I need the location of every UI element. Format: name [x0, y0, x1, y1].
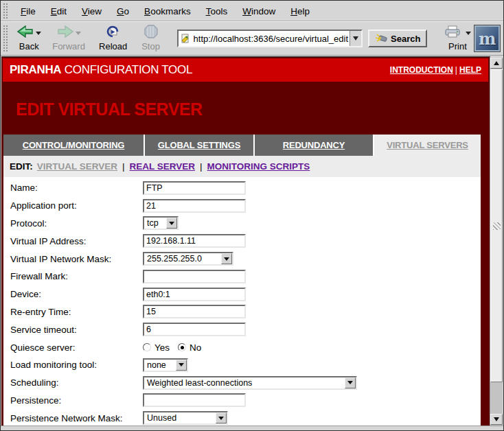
subnav-real-server-link[interactable]: REAL SERVER — [130, 161, 196, 172]
search-label: Search — [391, 34, 420, 44]
menu-tools[interactable]: Tools — [198, 4, 236, 19]
menu-view[interactable]: View — [74, 4, 109, 19]
app-title-rest: CONFIGURATION TOOL — [61, 63, 192, 76]
introduction-link[interactable]: INTRODUCTION — [390, 65, 453, 75]
edit-prefix: EDIT: — [10, 161, 33, 172]
arrow-down-icon — [494, 417, 499, 421]
scheduling-label: Scheduling: — [10, 377, 143, 388]
reentry-label: Re-entry Time: — [10, 307, 143, 317]
form-row-quiesce: Quiesce server: Yes No — [10, 338, 481, 356]
page-content: PIRANHA CONFIGURATION TOOL INTRODUCTION|… — [1, 56, 490, 426]
vip-netmask-select[interactable]: 255.255.255.0 — [143, 252, 233, 266]
form-row-scheduling: Scheduling: Weighted least-connections — [10, 374, 481, 392]
search-button[interactable]: Search — [368, 30, 427, 47]
url-bar[interactable]: http://localhost:3636/secure/virtual_edi… — [177, 30, 363, 47]
piranha-banner: PIRANHA CONFIGURATION TOOL INTRODUCTION|… — [3, 58, 488, 82]
subnav-monitoring-scripts-link[interactable]: MONITORING SCRIPTS — [207, 161, 310, 172]
persistence-netmask-select[interactable]: Unused — [143, 411, 228, 425]
scheduling-select[interactable]: Weighted least-connections — [143, 376, 357, 390]
toolbar-grip[interactable] — [3, 3, 9, 19]
persistence-label: Persistence: — [10, 395, 143, 406]
persistence-netmask-value: Unused — [144, 413, 216, 423]
name-label: Name: — [10, 183, 143, 193]
protocol-label: Protocol: — [10, 218, 143, 229]
timeout-label: Service timeout: — [10, 325, 143, 335]
service-timeout-input[interactable] — [143, 323, 246, 336]
tab-redundancy[interactable]: REDUNDANCY — [255, 135, 373, 156]
back-button[interactable]: Back — [12, 24, 45, 53]
persistence-input[interactable] — [143, 393, 246, 407]
app-title: PIRANHA CONFIGURATION TOOL — [10, 63, 192, 77]
quiesce-yes-radio[interactable] — [143, 343, 151, 351]
virtual-ip-input[interactable] — [143, 234, 246, 248]
toolbar-grip[interactable] — [3, 25, 8, 52]
reload-label: Reload — [99, 41, 127, 51]
device-input[interactable] — [143, 288, 246, 301]
name-input[interactable] — [143, 181, 246, 195]
form-row-vip: Virtual IP Address: — [10, 232, 481, 250]
stop-button[interactable]: Stop — [135, 24, 168, 53]
subnav-virtual-server: VIRTUAL SERVER — [37, 161, 117, 172]
reload-button[interactable]: Reload — [96, 24, 130, 53]
dropdown-arrow-icon — [221, 253, 232, 264]
radio-dot — [181, 346, 184, 349]
print-dropdown-icon[interactable] — [466, 32, 471, 35]
forward-button[interactable]: Forward — [49, 24, 88, 53]
page-title: EDIT VIRTUAL SERVER — [16, 100, 490, 119]
dropdown-arrow-icon — [216, 412, 227, 423]
form-row-persistence: Persistence: — [10, 392, 481, 410]
form-row-port: Application port: — [10, 197, 481, 215]
dropdown-arrow-icon — [166, 218, 177, 229]
firewall-mark-label: Firewall Mark: — [10, 271, 143, 281]
menu-file[interactable]: File — [13, 4, 43, 19]
menu-help[interactable]: Help — [283, 4, 317, 19]
browser-window: File Edit View Go Bookmarks Tools Window… — [0, 0, 504, 431]
tab-control-monitoring[interactable]: CONTROL/MONITORING — [3, 135, 144, 156]
print-label: Print — [448, 41, 467, 51]
protocol-select[interactable]: tcp — [143, 216, 179, 230]
url-dropdown-button[interactable] — [350, 31, 361, 46]
quiesce-yes-label: Yes — [154, 342, 170, 353]
mozilla-logo[interactable]: m — [474, 25, 501, 52]
tab-virtual-servers[interactable]: VIRTUAL SERVERS — [374, 135, 481, 156]
device-label: Device: — [10, 289, 143, 299]
scheduling-value: Weighted least-connections — [144, 378, 345, 388]
quiesce-radio-group: Yes No — [143, 342, 209, 353]
reentry-time-input[interactable] — [143, 305, 246, 318]
form-row-persistence-mask: Persistence Network Mask: Unused — [10, 409, 481, 426]
menu-bookmarks[interactable]: Bookmarks — [137, 4, 198, 19]
subnav-separator: | — [195, 161, 207, 172]
stop-icon — [144, 25, 158, 41]
quiesce-no-radio[interactable] — [178, 343, 186, 351]
print-button[interactable]: Print — [441, 24, 474, 53]
form-row-device: Device: — [10, 286, 481, 303]
load-monitor-select[interactable]: none — [143, 358, 188, 372]
form-row-name: Name: — [10, 179, 481, 197]
firewall-mark-input[interactable] — [143, 270, 246, 283]
menu-window[interactable]: Window — [235, 4, 283, 19]
tab-global-settings[interactable]: GLOBAL SETTINGS — [145, 135, 253, 156]
scroll-down-button[interactable] — [490, 414, 503, 425]
scrollbar-thumb[interactable] — [490, 69, 503, 382]
form-row-timeout: Service timeout: — [10, 321, 481, 338]
menu-edit[interactable]: Edit — [43, 4, 74, 19]
persistence-mask-label: Persistence Network Mask: — [10, 413, 143, 423]
title-section: EDIT VIRTUAL SERVER — [1, 82, 490, 135]
navigation-toolbar: Back Forward — [1, 21, 503, 56]
protocol-value: tcp — [144, 218, 166, 228]
printer-icon — [444, 25, 461, 40]
back-label: Back — [19, 41, 39, 51]
menu-bar: File Edit View Go Bookmarks Tools Window… — [1, 1, 503, 21]
virtual-server-form: Name: Application port: Protocol: tcp Vi… — [3, 177, 481, 426]
scroll-up-button[interactable] — [490, 58, 503, 69]
back-arrow-icon — [17, 25, 34, 40]
bookmark-icon[interactable] — [179, 34, 192, 43]
url-input[interactable]: http://localhost:3636/secure/virtual_edi… — [192, 34, 350, 44]
help-link[interactable]: HELP — [459, 65, 481, 75]
load-monitor-value: none — [144, 360, 176, 370]
forward-dropdown-icon — [76, 32, 81, 35]
vertical-scrollbar[interactable] — [490, 57, 503, 426]
menu-go[interactable]: Go — [109, 4, 137, 19]
back-dropdown-icon[interactable] — [36, 32, 41, 35]
application-port-input[interactable] — [143, 199, 246, 213]
